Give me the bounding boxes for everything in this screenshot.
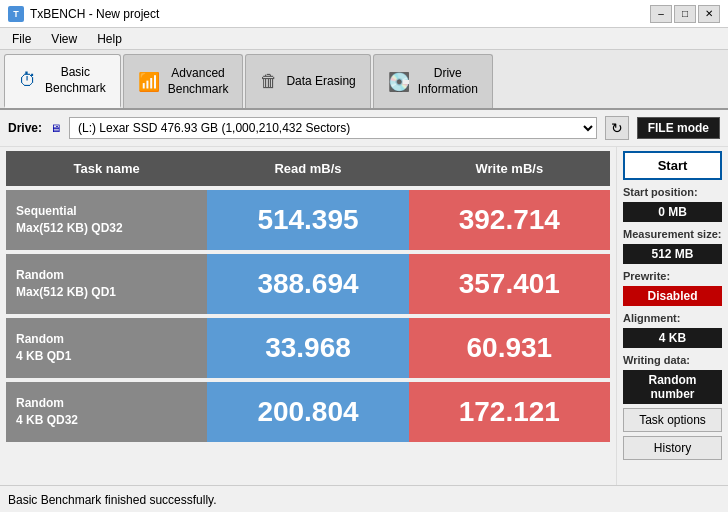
alignment-label: Alignment:	[623, 312, 722, 324]
drive-info-icon: 💽	[388, 71, 410, 93]
tab-driveinfo-label: DriveInformation	[418, 66, 478, 97]
tab-bar: ⏱ BasicBenchmark 📶 AdvancedBenchmark 🗑 D…	[0, 50, 728, 110]
data-erasing-icon: 🗑	[260, 71, 278, 92]
file-mode-button[interactable]: FILE mode	[637, 117, 720, 139]
menu-help[interactable]: Help	[89, 30, 130, 48]
maximize-button[interactable]: □	[674, 5, 696, 23]
task-name-0: SequentialMax(512 KB) QD32	[6, 195, 207, 245]
drive-icon: 🖥	[50, 122, 61, 134]
task-options-button[interactable]: Task options	[623, 408, 722, 432]
bench-row-0: SequentialMax(512 KB) QD32 514.395 392.7…	[6, 190, 610, 250]
title-bar: T TxBENCH - New project – □ ✕	[0, 0, 728, 28]
app-title: TxBENCH - New project	[30, 7, 159, 21]
menu-file[interactable]: File	[4, 30, 39, 48]
task-name-3: Random4 KB QD32	[6, 387, 207, 437]
bench-row-1: RandomMax(512 KB) QD1 388.694 357.401	[6, 254, 610, 314]
tab-advanced-label: AdvancedBenchmark	[168, 66, 229, 97]
advanced-benchmark-icon: 📶	[138, 71, 160, 93]
history-button[interactable]: History	[623, 436, 722, 460]
write-value-1: 357.401	[409, 254, 610, 314]
task-name-1: RandomMax(512 KB) QD1	[6, 259, 207, 309]
tab-basic-benchmark[interactable]: ⏱ BasicBenchmark	[4, 54, 121, 108]
read-value-2: 33.968	[207, 318, 408, 378]
tab-data-erasing[interactable]: 🗑 Data Erasing	[245, 54, 370, 108]
menu-view[interactable]: View	[43, 30, 85, 48]
tab-erasing-label: Data Erasing	[286, 74, 355, 90]
writing-label: Writing data:	[623, 354, 722, 366]
drive-select[interactable]: (L:) Lexar SSD 476.93 GB (1,000,210,432 …	[69, 117, 597, 139]
write-value-0: 392.714	[409, 190, 610, 250]
benchmark-area: Task name Read mB/s Write mB/s Sequentia…	[0, 147, 616, 485]
bench-header: Task name Read mB/s Write mB/s	[6, 151, 610, 186]
tab-drive-information[interactable]: 💽 DriveInformation	[373, 54, 493, 108]
start-position-label: Start position:	[623, 186, 722, 198]
task-name-2: Random4 KB QD1	[6, 323, 207, 373]
col-read: Read mB/s	[207, 157, 408, 180]
writing-value: Random number	[623, 370, 722, 404]
tab-advanced-benchmark[interactable]: 📶 AdvancedBenchmark	[123, 54, 244, 108]
tab-basic-label: BasicBenchmark	[45, 65, 106, 96]
alignment-value: 4 KB	[623, 328, 722, 348]
start-button[interactable]: Start	[623, 151, 722, 180]
read-value-3: 200.804	[207, 382, 408, 442]
start-position-value: 0 MB	[623, 202, 722, 222]
bench-row-2: Random4 KB QD1 33.968 60.931	[6, 318, 610, 378]
col-write: Write mB/s	[409, 157, 610, 180]
measurement-label: Measurement size:	[623, 228, 722, 240]
close-button[interactable]: ✕	[698, 5, 720, 23]
title-bar-controls: – □ ✕	[650, 5, 720, 23]
app-icon: T	[8, 6, 24, 22]
col-task: Task name	[6, 157, 207, 180]
write-value-3: 172.121	[409, 382, 610, 442]
main-area: Task name Read mB/s Write mB/s Sequentia…	[0, 147, 728, 485]
title-bar-left: T TxBENCH - New project	[8, 6, 159, 22]
drive-label: Drive:	[8, 121, 42, 135]
write-value-2: 60.931	[409, 318, 610, 378]
read-value-1: 388.694	[207, 254, 408, 314]
status-text: Basic Benchmark finished successfully.	[8, 493, 217, 507]
menu-bar: File View Help	[0, 28, 728, 50]
minimize-button[interactable]: –	[650, 5, 672, 23]
right-panel: Start Start position: 0 MB Measurement s…	[616, 147, 728, 485]
prewrite-value: Disabled	[623, 286, 722, 306]
prewrite-label: Prewrite:	[623, 270, 722, 282]
status-bar: Basic Benchmark finished successfully.	[0, 485, 728, 512]
bench-row-3: Random4 KB QD32 200.804 172.121	[6, 382, 610, 442]
drive-row: Drive: 🖥 (L:) Lexar SSD 476.93 GB (1,000…	[0, 110, 728, 147]
measurement-value: 512 MB	[623, 244, 722, 264]
read-value-0: 514.395	[207, 190, 408, 250]
basic-benchmark-icon: ⏱	[19, 70, 37, 91]
drive-refresh-button[interactable]: ↻	[605, 116, 629, 140]
